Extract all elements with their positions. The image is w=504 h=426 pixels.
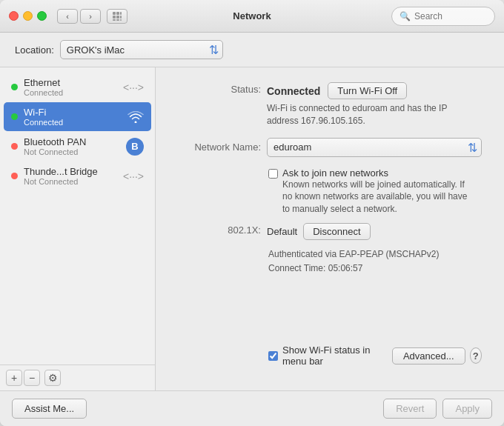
- location-select-wrapper: GROK's iMac ⇅: [60, 40, 223, 59]
- close-button[interactable]: [9, 11, 19, 21]
- svg-rect-5: [120, 16, 122, 19]
- auth-info: Authenticated via EAP-PEAP (MSCHAPv2) Co…: [268, 247, 482, 276]
- bluetooth-pan-name: Bluetooth PAN: [24, 136, 126, 147]
- network-name-row: Network Name: eduroam ⇅: [178, 138, 482, 157]
- ethernet-name: Ethernet: [24, 77, 123, 88]
- ethernet-item-text: Ethernet Connected: [24, 77, 123, 97]
- back-button[interactable]: ‹: [57, 9, 78, 24]
- wifi-status-dot: [11, 113, 18, 120]
- sidebar: Ethernet Connected <···> Wi-Fi Connected: [0, 67, 156, 390]
- svg-rect-3: [113, 16, 116, 19]
- main-area: Ethernet Connected <···> Wi-Fi Connected: [0, 67, 504, 390]
- search-icon: 🔍: [399, 11, 411, 21]
- ask-join-checkbox[interactable]: [268, 169, 278, 179]
- auth-line2: Connect Time: 05:06:57: [268, 262, 482, 276]
- bottom-section: Show Wi-Fi status in menu bar Advanced..…: [178, 345, 482, 376]
- network-name-select[interactable]: eduroam: [267, 138, 482, 157]
- show-wifi-label: Show Wi-Fi status in menu bar: [282, 345, 377, 367]
- network-name-label: Network Name:: [178, 142, 267, 153]
- svg-rect-2: [120, 12, 122, 15]
- maximize-button[interactable]: [37, 11, 47, 21]
- network-window: ‹ › Network 🔍 Location:: [0, 0, 504, 426]
- help-button[interactable]: ?: [470, 347, 482, 364]
- dot8021x-label: 802.1X:: [178, 223, 267, 236]
- disconnect-button[interactable]: Disconnect: [303, 223, 370, 240]
- status-field-label: Status:: [178, 82, 267, 95]
- assist-me-button[interactable]: Assist Me...: [12, 399, 87, 419]
- search-input[interactable]: [414, 11, 487, 21]
- svg-rect-6: [113, 19, 116, 21]
- auth-line1: Authenticated via EAP-PEAP (MSCHAPv2): [268, 247, 482, 262]
- wifi-status: Connected: [24, 118, 127, 127]
- advanced-button[interactable]: Advanced...: [392, 347, 465, 365]
- status-field-value: Connected Turn Wi-Fi Off Wi-Fi is connec…: [267, 82, 482, 127]
- svg-rect-8: [120, 19, 122, 21]
- bluetooth-pan-status-dot: [11, 143, 18, 150]
- ask-join-description: Known networks will be joined automatica…: [282, 179, 467, 216]
- ethernet-status-dot: [11, 84, 18, 90]
- status-field-row: Status: Connected Turn Wi-Fi Off Wi-Fi i…: [178, 82, 482, 127]
- ethernet-icon: <···>: [123, 81, 144, 93]
- window-title: Network: [233, 10, 271, 21]
- sidebar-toolbar: + − ⚙: [0, 365, 155, 390]
- bluetooth-icon: B: [126, 138, 144, 156]
- traffic-lights: [9, 11, 47, 21]
- wifi-name: Wi-Fi: [24, 107, 127, 118]
- thunderbolt-icon: <···>: [123, 170, 144, 182]
- minimize-button[interactable]: [23, 11, 33, 21]
- turn-wifi-button[interactable]: Turn Wi-Fi Off: [328, 82, 407, 99]
- revert-button[interactable]: Revert: [383, 399, 437, 419]
- settings-button[interactable]: ⚙: [44, 370, 61, 386]
- apply-button[interactable]: Apply: [442, 399, 492, 419]
- thunderbolt-name: Thunde...t Bridge: [24, 166, 123, 177]
- show-wifi-checkbox[interactable]: [268, 351, 278, 361]
- location-label: Location:: [15, 44, 54, 56]
- content-area: Location: GROK's iMac ⇅ Ethernet C: [0, 33, 504, 390]
- status-description: Wi-Fi is connected to eduroam and has th…: [267, 102, 482, 127]
- sidebar-item-ethernet[interactable]: Ethernet Connected <···>: [4, 73, 151, 101]
- title-bar: ‹ › Network 🔍: [0, 0, 504, 33]
- sidebar-list: Ethernet Connected <···> Wi-Fi Connected: [0, 67, 155, 365]
- svg-rect-7: [116, 19, 119, 21]
- bluetooth-pan-item-text: Bluetooth PAN Not Connected: [24, 136, 126, 156]
- ethernet-status: Connected: [24, 88, 123, 97]
- svg-rect-0: [113, 12, 116, 15]
- sidebar-item-bluetooth-pan[interactable]: Bluetooth PAN Not Connected B: [4, 132, 151, 161]
- location-select[interactable]: GROK's iMac: [60, 40, 223, 59]
- svg-rect-4: [116, 16, 119, 19]
- dot8021x-value-area: Default Disconnect: [267, 223, 482, 240]
- status-inline: Connected Turn Wi-Fi Off: [267, 82, 482, 99]
- add-network-button[interactable]: +: [6, 370, 22, 386]
- status-connected-text: Connected: [267, 85, 320, 97]
- svg-rect-1: [116, 12, 119, 15]
- wifi-item-text: Wi-Fi Connected: [24, 107, 127, 127]
- sidebar-item-wifi[interactable]: Wi-Fi Connected: [4, 102, 151, 131]
- network-name-select-wrapper: eduroam ⇅: [267, 138, 482, 157]
- forward-button[interactable]: ›: [80, 9, 101, 24]
- nav-buttons: ‹ ›: [57, 9, 101, 24]
- thunderbolt-item-text: Thunde...t Bridge Not Connected: [24, 166, 123, 186]
- thunderbolt-status: Not Connected: [24, 177, 123, 186]
- detail-panel: Status: Connected Turn Wi-Fi Off Wi-Fi i…: [156, 67, 504, 390]
- bluetooth-pan-status: Not Connected: [24, 147, 126, 156]
- dot8021x-row: 802.1X: Default Disconnect: [178, 223, 482, 240]
- show-wifi-row: Show Wi-Fi status in menu bar Advanced..…: [178, 345, 482, 367]
- window-bottom-bar: Assist Me... Revert Apply: [0, 390, 504, 426]
- ask-join-row: Ask to join new networks Known networks …: [268, 167, 482, 216]
- remove-network-button[interactable]: −: [24, 370, 40, 386]
- ask-join-label: Ask to join new networks: [282, 167, 467, 179]
- search-box[interactable]: 🔍: [391, 7, 495, 26]
- location-bar: Location: GROK's iMac ⇅: [0, 33, 504, 67]
- wifi-icon: [127, 111, 144, 123]
- dot8021x-value: Default: [267, 226, 297, 237]
- sidebar-item-thunderbolt[interactable]: Thunde...t Bridge Not Connected <···>: [4, 162, 151, 190]
- detail-section: Status: Connected Turn Wi-Fi Off Wi-Fi i…: [178, 82, 482, 345]
- grid-button[interactable]: [107, 9, 127, 24]
- thunderbolt-status-dot: [11, 173, 18, 179]
